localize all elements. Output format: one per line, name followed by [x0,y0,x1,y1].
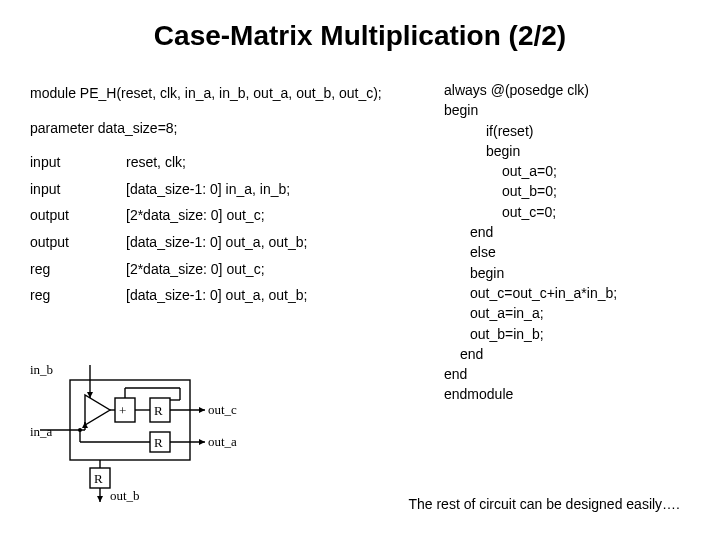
decl-rest: [data_size-1: 0] out_a, out_b; [126,282,410,309]
code-line: begin [430,100,690,120]
decl-kw: reg [30,256,120,283]
out-b-label: out_b [110,488,140,503]
in-a-label: in_a [30,424,53,439]
code-line: end [430,222,690,242]
code-line: out_b=in_b; [430,324,690,344]
code-line: always @(posedge clk) [430,80,690,100]
code-line: out_a=in_a; [430,303,690,323]
slide-title: Case-Matrix Multiplication (2/2) [30,20,690,52]
code-right-column: always @(posedge clk) begin if(reset) be… [430,80,690,405]
svg-marker-26 [97,496,103,502]
code-line: out_c=0; [430,202,690,222]
decl-rest: [data_size-1: 0] in_a, in_b; [126,176,410,203]
code-line: out_c=out_c+in_a*in_b; [430,283,690,303]
decl-kw: input [30,149,120,176]
code-line: begin [430,263,690,283]
out-c-label: out_c [208,402,237,417]
out-a-label: out_a [208,434,237,449]
code-line: begin [430,141,690,161]
decl-rest: [2*data_size: 0] out_c; [126,202,410,229]
r-label: R [154,435,163,450]
decl-kw: reg [30,282,120,309]
code-line: if(reset) [430,121,690,141]
decl-rest: [data_size-1: 0] out_a, out_b; [126,229,410,256]
decl-rest: [2*data_size: 0] out_c; [126,256,410,283]
r-label: R [154,403,163,418]
decl-kw: output [30,229,120,256]
decl-kw: output [30,202,120,229]
code-line: out_a=0; [430,161,690,181]
code-line: endmodule [430,384,690,404]
svg-marker-22 [199,439,205,445]
svg-marker-11 [199,407,205,413]
footer-note: The rest of circuit can be designed easi… [408,496,680,512]
decl-kw: input [30,176,120,203]
code-line: else [430,242,690,262]
code-line: end [430,364,690,384]
in-b-label: in_b [30,362,53,377]
code-left-column: module PE_H(reset, clk, in_a, in_b, out_… [30,80,410,405]
decl-rest: reset, clk; [126,149,410,176]
code-line: end [430,344,690,364]
plus-label: + [119,403,126,418]
param-line: parameter data_size=8; [30,115,410,142]
module-line: module PE_H(reset, clk, in_a, in_b, out_… [30,80,410,107]
r-label: R [94,471,103,486]
pe-diagram: + R out_c in_b in_a [30,360,250,510]
code-line: out_b=0; [430,181,690,201]
